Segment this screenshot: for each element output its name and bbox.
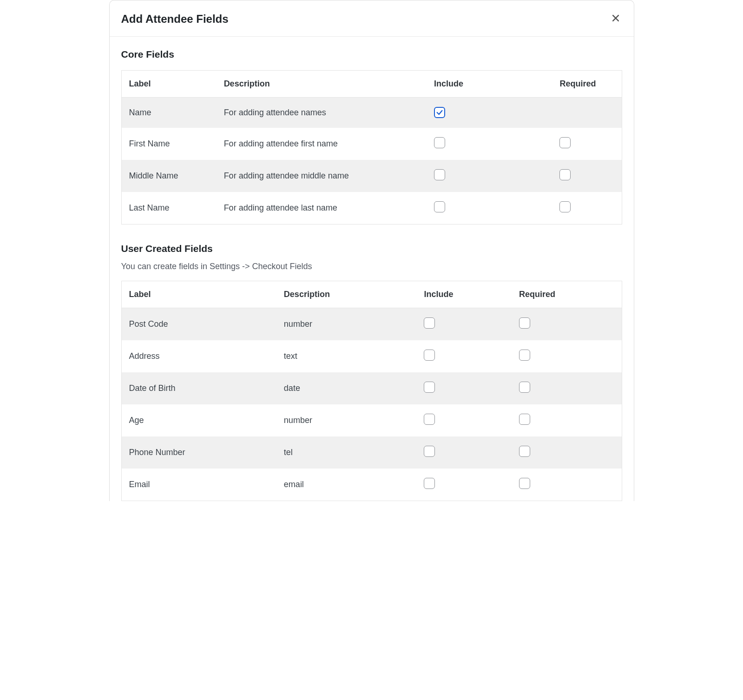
cell-label: Address [121, 340, 276, 372]
cell-label: Name [121, 98, 217, 128]
cell-label: Last Name [121, 192, 217, 225]
col-required: Required [546, 71, 622, 98]
include-checkbox[interactable] [434, 169, 445, 180]
cell-description: date [276, 372, 417, 404]
required-checkbox[interactable] [559, 201, 571, 212]
col-description: Description [276, 281, 417, 308]
cell-label: Phone Number [121, 436, 276, 469]
cell-required [512, 308, 622, 341]
close-button[interactable] [609, 12, 622, 26]
col-required: Required [512, 281, 622, 308]
cell-include [416, 436, 512, 469]
cell-required [512, 469, 622, 501]
required-checkbox[interactable] [559, 137, 571, 148]
table-row: Addresstext [121, 340, 622, 372]
modal-title: Add Attendee Fields [121, 13, 229, 26]
col-description: Description [217, 71, 427, 98]
cell-include [416, 372, 512, 404]
cell-required [546, 98, 622, 128]
col-include: Include [427, 71, 546, 98]
cell-required [512, 404, 622, 436]
cell-description: For adding attendee last name [217, 192, 427, 225]
include-checkbox[interactable] [424, 382, 435, 393]
col-label: Label [121, 71, 217, 98]
required-checkbox[interactable] [519, 478, 530, 489]
cell-label: Middle Name [121, 160, 217, 192]
table-row: Post Codenumber [121, 308, 622, 341]
close-icon [611, 13, 620, 24]
table-row: NameFor adding attendee names [121, 98, 622, 128]
cell-include [416, 404, 512, 436]
modal: Add Attendee Fields Core Fields Label De… [109, 0, 634, 501]
cell-include [427, 192, 546, 225]
table-row: Last NameFor adding attendee last name [121, 192, 622, 225]
cell-required [512, 372, 622, 404]
cell-label: Email [121, 469, 276, 501]
include-checkbox[interactable] [424, 317, 435, 329]
cell-description: For adding attendee middle name [217, 160, 427, 192]
cell-description: For adding attendee names [217, 98, 427, 128]
cell-include [427, 128, 546, 160]
col-label: Label [121, 281, 276, 308]
include-checkbox[interactable] [424, 446, 435, 457]
table-row: Agenumber [121, 404, 622, 436]
table-row: Phone Numbertel [121, 436, 622, 469]
cell-description: number [276, 308, 417, 341]
table-row: Date of Birthdate [121, 372, 622, 404]
cell-description: For adding attendee first name [217, 128, 427, 160]
required-checkbox[interactable] [519, 382, 530, 393]
cell-required [512, 340, 622, 372]
cell-required [512, 436, 622, 469]
include-checkbox[interactable] [424, 414, 435, 425]
include-checkbox[interactable] [424, 478, 435, 489]
required-checkbox[interactable] [519, 350, 530, 361]
include-checkbox[interactable] [434, 137, 445, 148]
table-header-row: Label Description Include Required [121, 281, 622, 308]
cell-required [546, 192, 622, 225]
col-include: Include [416, 281, 512, 308]
table-row: Emailemail [121, 469, 622, 501]
cell-label: Date of Birth [121, 372, 276, 404]
table-header-row: Label Description Include Required [121, 71, 622, 98]
cell-include [416, 308, 512, 341]
cell-include [427, 160, 546, 192]
cell-description: text [276, 340, 417, 372]
cell-required [546, 160, 622, 192]
modal-body: Core Fields Label Description Include Re… [110, 37, 634, 501]
cell-description: email [276, 469, 417, 501]
core-fields-table: Label Description Include Required NameF… [121, 70, 622, 225]
cell-include [416, 340, 512, 372]
required-checkbox[interactable] [519, 446, 530, 457]
cell-description: tel [276, 436, 417, 469]
modal-header: Add Attendee Fields [110, 0, 634, 37]
cell-include [416, 469, 512, 501]
required-checkbox[interactable] [519, 414, 530, 425]
table-row: First NameFor adding attendee first name [121, 128, 622, 160]
include-checkbox[interactable] [434, 201, 445, 212]
cell-label: First Name [121, 128, 217, 160]
cell-label: Post Code [121, 308, 276, 341]
user-fields-title: User Created Fields [121, 243, 622, 254]
user-fields-table: Label Description Include Required Post … [121, 281, 622, 501]
cell-description: number [276, 404, 417, 436]
include-checkbox[interactable] [434, 107, 445, 118]
cell-label: Age [121, 404, 276, 436]
user-fields-help: You can create fields in Settings -> Che… [121, 262, 622, 271]
required-checkbox[interactable] [559, 169, 571, 180]
include-checkbox[interactable] [424, 350, 435, 361]
cell-include [427, 98, 546, 128]
core-fields-title: Core Fields [121, 49, 622, 60]
table-row: Middle NameFor adding attendee middle na… [121, 160, 622, 192]
required-checkbox[interactable] [519, 317, 530, 329]
cell-required [546, 128, 622, 160]
